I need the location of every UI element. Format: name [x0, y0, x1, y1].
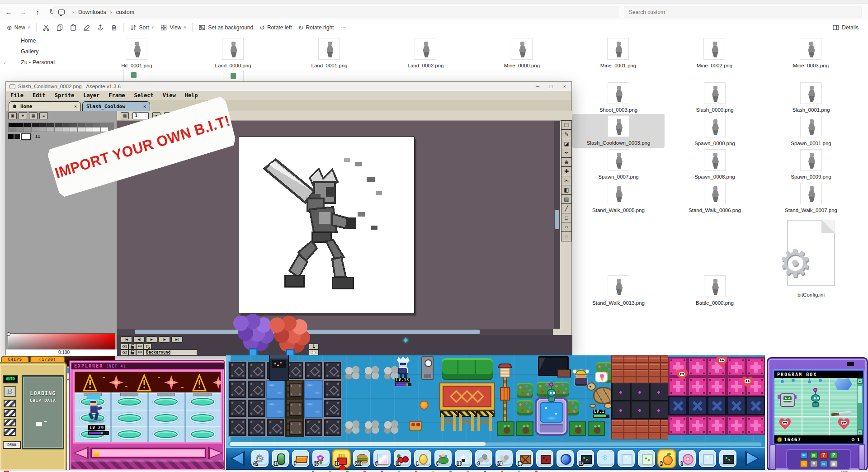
menu-item[interactable]: Edit [33, 92, 46, 99]
palette-swatch[interactable] [8, 134, 14, 139]
palette-swatch[interactable] [85, 123, 93, 127]
tool-ellipse[interactable]: ○ [561, 222, 572, 232]
hotbar-slot[interactable]: 1 [414, 450, 431, 467]
hotbar-slot[interactable]: 42 [251, 450, 269, 467]
hotbar-slot[interactable] [618, 450, 635, 467]
tool-eraser[interactable]: ◪ [561, 139, 572, 149]
hotbar-slot[interactable]: 2 [658, 450, 675, 467]
file-item[interactable]: Shoot_0003.png [572, 81, 665, 115]
playback-button[interactable]: ▶ [146, 336, 157, 343]
palette-button-menu[interactable]: ≡ [39, 112, 48, 119]
search-input[interactable] [629, 9, 857, 15]
palette-swatch[interactable] [47, 127, 54, 132]
sidebar-item[interactable]: Gallery [0, 46, 86, 57]
color-palette[interactable] [8, 123, 114, 132]
palette-swatch[interactable] [62, 127, 70, 132]
hotbar-right-arrow-button[interactable] [745, 451, 760, 466]
palette-button-sort[interactable]: ▼ [19, 112, 27, 119]
hotbar-slot[interactable]: 20 [495, 450, 513, 467]
rotate-right-button[interactable]: ↻ Rotate right [295, 21, 337, 34]
layer-options-header[interactable]: •• [136, 344, 144, 349]
console-button-shop[interactable]: ▤ [810, 452, 818, 459]
palette-swatch[interactable] [16, 123, 24, 127]
palette-swatch[interactable] [24, 123, 31, 127]
tv-robot-sprite[interactable] [780, 393, 795, 407]
hotbar-slot[interactable] [557, 450, 574, 467]
canvas-horizontal-scrollbar[interactable] [117, 329, 553, 335]
hotbar-slot[interactable]: 1 [679, 450, 696, 467]
map-scrollbar[interactable] [228, 441, 762, 446]
search-box[interactable] [624, 6, 862, 18]
net-left-arrow-button[interactable] [73, 447, 89, 459]
file-item[interactable]: Mine_0003.png [793, 38, 829, 68]
chip-slot[interactable] [4, 409, 16, 417]
up-button[interactable]: ↑ [32, 6, 43, 18]
layer-visibility-header[interactable] [121, 344, 128, 349]
net-right-arrow-button[interactable] [208, 447, 223, 459]
chips-counter-tab[interactable]: (1/30) [30, 356, 65, 363]
hotbar-slot[interactable]: 31 [333, 450, 350, 467]
sidebar-item[interactable]: Home [0, 35, 86, 46]
file-item[interactable]: Land_0001.png [311, 38, 348, 68]
set-as-background-button[interactable]: Set as background [195, 21, 256, 34]
tool-eyedropper[interactable]: ✒ [561, 148, 572, 158]
file-item[interactable]: Stand_Walk_0007.png [765, 181, 857, 215]
palette-swatch[interactable] [70, 123, 77, 127]
new-button[interactable]: ⊕ New ∨ [4, 21, 33, 34]
playback-button[interactable]: |◀ [121, 336, 132, 343]
palette-swatch[interactable] [70, 127, 77, 132]
palette-swatch[interactable] [24, 127, 31, 132]
tool-move[interactable]: ✚ [561, 166, 572, 176]
palette-swatch[interactable] [78, 127, 85, 132]
heart-robot-sprite[interactable] [838, 418, 850, 430]
console-button-mail[interactable]: ✉ [820, 460, 828, 467]
robot-sprite[interactable] [809, 390, 822, 410]
hotbar-slot[interactable]: 10 [455, 450, 472, 467]
sprite-canvas[interactable] [239, 137, 415, 313]
palette-swatch[interactable] [55, 127, 62, 132]
rename-button[interactable] [80, 21, 94, 34]
palette-swatch[interactable] [101, 123, 108, 127]
auto-button[interactable]: AUTO [3, 375, 18, 383]
console-button-parking[interactable]: P [830, 452, 838, 459]
palette-swatch[interactable] [78, 123, 85, 127]
scrollbar-thumb[interactable] [858, 386, 862, 403]
palette-swatch[interactable] [14, 134, 20, 139]
console-button-save[interactable]: ▣ [830, 460, 838, 467]
palette-swatch[interactable] [39, 127, 47, 132]
file-item[interactable]: Mine_0001.png [600, 38, 636, 68]
hotbar-slot[interactable]: 37 [312, 450, 330, 467]
draw-button[interactable]: DRAW [3, 441, 21, 449]
layer-visibility-toggle[interactable] [121, 349, 128, 355]
menu-item[interactable]: Layer [83, 92, 99, 99]
tool-gradient[interactable]: ▨ [561, 194, 572, 204]
file-item[interactable]: Land_0000.png [215, 38, 251, 68]
zoom-field[interactable]: 1 [132, 112, 149, 119]
console-button-chat[interactable]: ☻ [800, 452, 808, 459]
playback-button[interactable]: ◀| [133, 336, 145, 343]
chip-slot[interactable] [4, 400, 16, 407]
back-button[interactable]: ← [3, 6, 14, 18]
playback-button[interactable]: ▶| [171, 336, 183, 343]
program-box-scrollbar[interactable]: ▲ ▼ [857, 378, 863, 435]
file-item[interactable]: Spawn_0007.png [572, 148, 665, 182]
game-map[interactable]: LV.13 [226, 355, 765, 447]
breadcrumb[interactable]: › Downloads › custom [53, 6, 619, 18]
close-button[interactable]: × [558, 84, 571, 89]
palette-swatch[interactable] [55, 123, 62, 127]
hotbar-slot[interactable] [536, 450, 553, 467]
menu-item[interactable]: Sprite [55, 92, 74, 99]
heart-robot-sprite[interactable] [779, 418, 791, 430]
more-options-button[interactable]: ⋯ [337, 21, 349, 34]
hotbar-slot[interactable]: 223 [353, 450, 370, 467]
delete-button[interactable] [107, 21, 121, 34]
layer-name[interactable]: Background [144, 349, 197, 355]
hotbar-slot[interactable] [597, 450, 614, 467]
palette-swatch[interactable] [32, 123, 39, 127]
file-item[interactable]: Mine_0002.png [697, 38, 732, 68]
menu-item[interactable]: Frame [108, 92, 125, 99]
hotbar-slot[interactable]: 36 [516, 450, 533, 467]
hotbar-slot[interactable]: 6 [373, 450, 391, 467]
file-item[interactable]: Slash_0000.png [669, 81, 761, 115]
hotbar-slot[interactable]: 7 [292, 450, 309, 467]
